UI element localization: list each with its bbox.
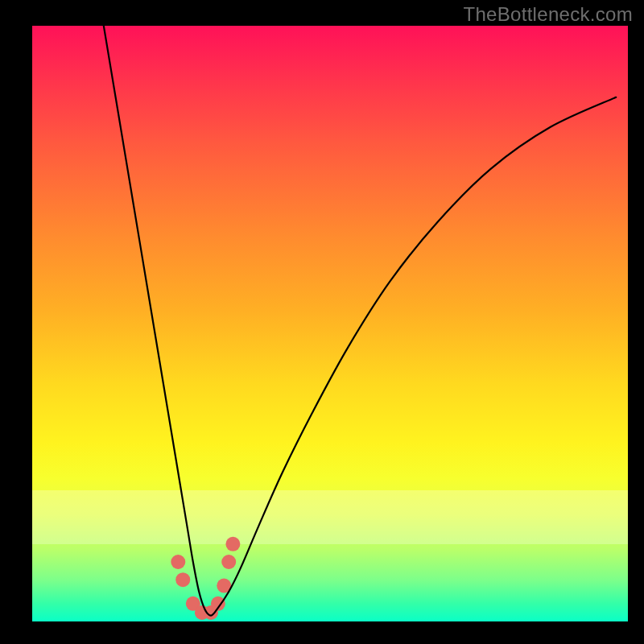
highlight-dot [225, 537, 240, 551]
curve-layer [32, 26, 628, 621]
watermark-text: TheBottleneck.com [463, 3, 633, 26]
chart-frame: TheBottleneck.com [0, 0, 644, 644]
plot-area [32, 26, 628, 621]
highlight-dot [175, 572, 190, 587]
bottleneck-curve [104, 26, 616, 616]
highlight-dot [221, 555, 236, 569]
highlight-dot [171, 555, 185, 569]
highlight-dots [171, 537, 240, 620]
